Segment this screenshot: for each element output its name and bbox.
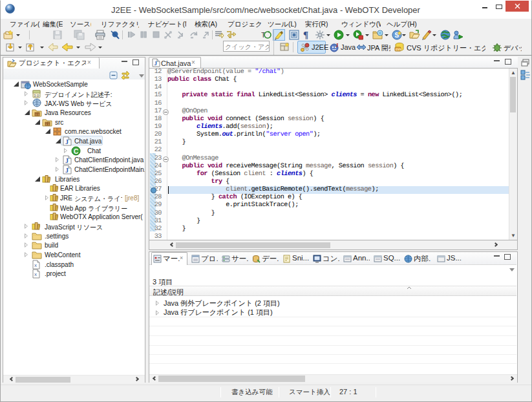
svg-text:J: J (335, 42, 339, 48)
svg-text:J: J (65, 157, 69, 164)
svg-text:cvs: cvs (396, 48, 401, 52)
svg-text:3.0: 3.0 (34, 94, 39, 98)
svg-text:x: x (34, 271, 37, 277)
svg-text:J: J (65, 167, 69, 174)
svg-text:x: x (34, 262, 37, 268)
svg-text:¶: ¶ (303, 30, 308, 40)
svg-text:J: J (65, 138, 69, 145)
svg-text:J: J (154, 60, 158, 67)
svg-text:C: C (74, 148, 78, 155)
svg-text:T: T (261, 31, 266, 39)
